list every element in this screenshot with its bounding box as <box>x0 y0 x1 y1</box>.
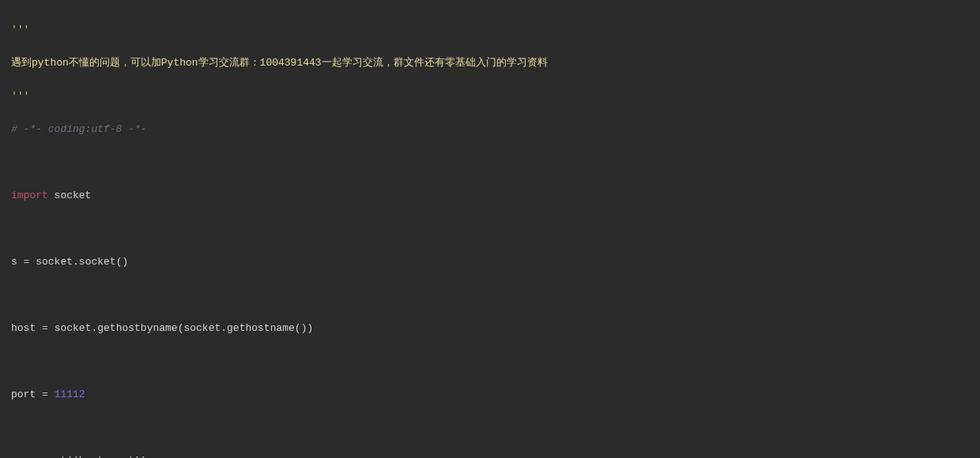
assign-op: = <box>42 322 55 334</box>
assign-op: = <box>24 256 36 268</box>
expr: s.connect((host,port)) <box>11 455 147 458</box>
code-line: host = socket.gethostbyname(socket.getho… <box>11 320 980 336</box>
code-line: 遇到python不懂的问题，可以加Python学习交流群：1004391443一… <box>11 54 980 71</box>
docstring-delim: ''' <box>11 24 29 36</box>
code-line: port = 11112 <box>11 386 980 403</box>
docstring-text: 遇到python不懂的问题，可以加Python学习交流群：1004391443一… <box>11 57 548 69</box>
number-literal: 11112 <box>55 389 85 400</box>
code-line: ''' <box>11 21 980 38</box>
code-line: s = socket.socket() <box>11 253 980 270</box>
blank-line <box>11 220 980 237</box>
docstring-delim: ''' <box>11 90 29 102</box>
code-line: # -*- coding:utf-8 -*- <box>11 121 980 137</box>
module-name: socket <box>48 190 92 201</box>
code-editor: ''' 遇到python不懂的问题，可以加Python学习交流群：1004391… <box>0 0 980 458</box>
code-line: import socket <box>11 187 980 204</box>
blank-line <box>11 154 980 171</box>
var-host: host <box>11 322 42 334</box>
var-port: port <box>11 389 42 400</box>
encoding-comment: # -*- coding:utf-8 -*- <box>11 123 147 135</box>
keyword-import: import <box>11 190 48 201</box>
expr: socket.socket() <box>36 256 128 268</box>
var-s: s <box>11 256 24 268</box>
code-line: ''' <box>11 88 980 104</box>
code-line: s.connect((host,port)) <box>11 452 980 458</box>
expr: socket.gethostbyname(socket.gethostname(… <box>55 322 314 334</box>
blank-line <box>11 353 980 370</box>
blank-line <box>11 419 980 436</box>
blank-line <box>11 287 980 303</box>
assign-op: = <box>42 389 55 400</box>
